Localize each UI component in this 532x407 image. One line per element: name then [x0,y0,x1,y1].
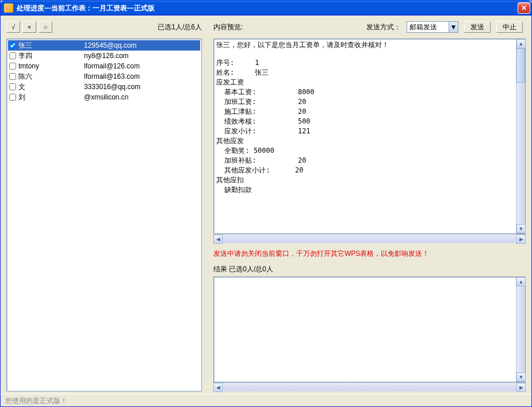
close-button[interactable]: ✕ [518,2,530,14]
preview-hscrollbar[interactable]: ◀ ▶ [213,234,526,243]
list-item-email: 129545@qq.com [84,41,199,49]
list-item-name: 张三 [18,41,82,51]
window-title: 处理进度---当前工作表：一月工资表---正式版 [17,3,518,13]
scroll-down-icon[interactable]: ▼ [516,373,526,382]
list-item[interactable]: 文3333016@qq.com [8,82,200,92]
scroll-right-icon[interactable]: ▶ [516,383,526,392]
send-method-label: 发送方式： [366,22,401,32]
list-item-email: lformail@126.com [84,62,199,70]
invert-selection-button[interactable]: ○ [39,21,52,33]
list-item-name: 文 [18,82,82,92]
list-item[interactable]: tmtonylformail@126.com [8,61,200,71]
send-button[interactable]: 发送 [464,21,491,33]
list-item-name: 刘 [18,93,82,102]
scroll-left-icon[interactable]: ◀ [213,383,223,392]
list-item-email: 3333016@qq.com [84,83,199,91]
preview-vscrollbar[interactable]: ▲ ▼ [516,39,525,233]
list-item-name: 陈六 [18,72,82,82]
list-item-checkbox[interactable] [9,94,16,101]
list-item[interactable]: 李四ny8@126.com [8,51,200,61]
list-item-checkbox[interactable] [9,83,16,90]
scroll-up-icon[interactable]: ▲ [516,277,526,286]
result-text[interactable] [214,277,516,382]
list-item-email: @xmsilicon.cn [84,93,199,101]
list-item-checkbox[interactable] [9,52,16,59]
send-method-value: 邮箱发送 [409,22,437,32]
list-item-checkbox[interactable] [9,63,16,70]
app-icon [4,3,13,13]
list-item-checkbox[interactable] [9,42,16,49]
list-item-email: lformail@163.com [84,72,199,80]
list-item[interactable]: 张三129545@qq.com [8,40,200,51]
result-box: ▲ ▼ [213,277,526,382]
cross-icon: × [28,24,31,30]
selection-count: 已选1人/总6人 [52,22,202,32]
list-item[interactable]: 刘@xmsilicon.cn [8,92,200,102]
scroll-down-icon[interactable]: ▼ [516,224,526,233]
titlebar[interactable]: 处理进度---当前工作表：一月工资表---正式版 ✕ [1,1,531,16]
chevron-down-icon: ▼ [449,22,458,32]
main-window: 处理进度---当前工作表：一月工资表---正式版 ✕ √ × ○ 已选1人/总6… [0,0,532,407]
list-item-checkbox[interactable] [9,73,16,80]
scroll-right-icon[interactable]: ▶ [516,235,526,244]
preview-box: 张三，您好，以下是您当月工资单，请及时查收并核对！ 序号: 1 姓名: 张三 应… [213,39,526,234]
close-icon: ✕ [521,4,527,12]
scroll-left-icon[interactable]: ◀ [213,235,223,244]
circle-icon: ○ [44,24,48,30]
list-item-name: 李四 [18,51,82,61]
statusbar: 您使用的是正式版！ [1,394,531,406]
recipient-list[interactable]: 张三129545@qq.com李四ny8@126.comtmtonylforma… [6,39,202,391]
scroll-up-icon[interactable]: ▲ [516,39,526,48]
check-icon: √ [12,24,15,30]
warning-text: 发送中请勿关闭当前窗口，千万勿打开其它WPS表格，以免影响发送！ [213,249,526,259]
result-hscrollbar[interactable]: ◀ ▶ [213,382,526,391]
list-item-name: tmtony [18,62,82,70]
status-text: 您使用的是正式版！ [5,397,67,405]
list-item-email: ny8@126.com [84,52,199,60]
result-label: 结果 已选0人/总0人 [213,264,526,274]
send-method-select[interactable]: 邮箱发送 ▼ [407,21,458,33]
deselect-all-button[interactable]: × [22,21,36,33]
preview-text[interactable]: 张三，您好，以下是您当月工资单，请及时查收并核对！ 序号: 1 姓名: 张三 应… [214,39,516,233]
result-vscrollbar[interactable]: ▲ ▼ [516,277,525,382]
preview-label: 内容预览: [213,22,243,32]
select-all-button[interactable]: √ [6,21,20,33]
stop-button[interactable]: 中止 [496,21,523,33]
scroll-thumb[interactable] [516,48,525,83]
list-item[interactable]: 陈六lformail@163.com [8,71,200,82]
